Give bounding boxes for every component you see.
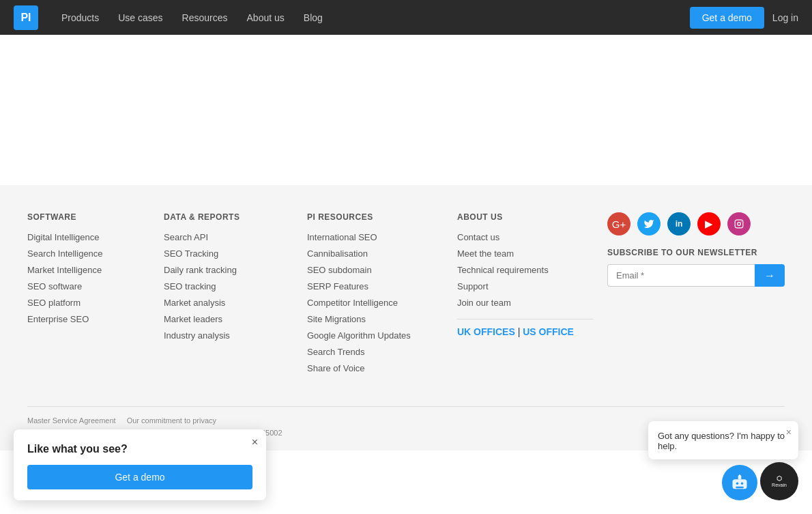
nav-about-us[interactable]: About us (237, 0, 294, 35)
svg-point-1 (738, 223, 741, 226)
footer-about-list: Contact us Meet the team Technical requi… (457, 231, 594, 308)
footer-link-google-algorithm[interactable]: Google Algorithm Updates (307, 330, 411, 341)
footer-link-search-trends[interactable]: Search Trends (307, 347, 365, 357)
footer-link-support[interactable]: Support (457, 281, 489, 291)
newsletter-heading: SUBSCRIBE TO OUR NEWSLETTER (607, 248, 785, 257)
footer-col-newsletter: G+ in ▶ SUBSCRIBE TO OUR NEWSLETTER → (607, 212, 785, 379)
newsletter-submit-button[interactable]: → (755, 264, 785, 287)
footer-pi-heading: PI RESOURCES (307, 212, 444, 222)
nav-actions: Get a demo Log in (690, 7, 798, 29)
list-item: Contact us (457, 231, 594, 242)
nav-resources[interactable]: Resources (173, 0, 237, 35)
navbar: PI Products Use cases Resources About us… (0, 0, 812, 35)
list-item: SEO tracking (164, 281, 293, 291)
nav-links: Products Use cases Resources About us Bl… (52, 0, 690, 35)
footer-link-cannibalisation[interactable]: Cannibalisation (307, 248, 368, 259)
nav-products[interactable]: Products (52, 0, 108, 35)
list-item: Market Intelligence (27, 264, 150, 275)
twitter-icon[interactable] (637, 212, 661, 235)
list-item: Meet the team (457, 248, 594, 259)
site-logo[interactable]: PI (14, 5, 38, 30)
list-item: Market leaders (164, 313, 293, 324)
footer-link-meet-team[interactable]: Meet the team (457, 248, 514, 259)
list-item: SEO platform (27, 297, 150, 308)
google-plus-icon[interactable]: G+ (607, 212, 630, 235)
footer-link-seo-platform[interactable]: SEO platform (27, 298, 81, 308)
footer-link-enterprise-seo[interactable]: Enterprise SEO (27, 314, 89, 324)
footer: SOFTWARE Digital Intelligence Search Int… (0, 185, 812, 451)
footer-software-heading: SOFTWARE (27, 212, 150, 222)
footer-link-seo-subdomain[interactable]: SEO subdomain (307, 265, 372, 275)
footer-link-competitor-intelligence[interactable]: Competitor Intelligence (307, 298, 398, 308)
list-item: Cannibalisation (307, 248, 444, 259)
footer-link-seo-tracking2[interactable]: SEO tracking (164, 281, 216, 291)
footer-link-join-team[interactable]: Join our team (457, 298, 511, 308)
footer-link-seo-tracking[interactable]: SEO Tracking (164, 248, 218, 259)
footer-link-search-intelligence[interactable]: Search Intelligence (27, 248, 103, 259)
us-office-link[interactable]: US OFFICE (523, 326, 574, 337)
list-item: International SEO (307, 231, 444, 242)
footer-link-serp-features[interactable]: SERP Features (307, 281, 368, 291)
list-item: Search Intelligence (27, 248, 150, 259)
footer-link-seo-software[interactable]: SEO software (27, 281, 82, 291)
footer-link-market-intelligence[interactable]: Market Intelligence (27, 265, 102, 275)
footer-pi-list: International SEO Cannibalisation SEO su… (307, 231, 444, 373)
footer-software-list: Digital Intelligence Search Intelligence… (27, 231, 150, 324)
footer-link-market-analysis[interactable]: Market analysis (164, 298, 225, 308)
chat-close-button[interactable]: × (786, 427, 792, 438)
footer-link-industry-analysis[interactable]: Industry analysis (164, 330, 230, 341)
list-item: Site Migrations (307, 313, 444, 324)
youtube-icon[interactable]: ▶ (697, 212, 721, 235)
footer-link-share-of-voice[interactable]: Share of Voice (307, 363, 365, 373)
social-icons: G+ in ▶ (607, 212, 785, 235)
footer-col-pi-resources: PI RESOURCES International SEO Cannibali… (307, 212, 444, 379)
footer-data-heading: DATA & REPORTS (164, 212, 293, 222)
footer-privacy-link[interactable]: Our commitment to privacy (127, 416, 216, 425)
uk-offices-link[interactable]: UK OFFICES (457, 326, 515, 337)
list-item: SERP Features (307, 281, 444, 291)
list-item: SEO subdomain (307, 264, 444, 275)
list-item: SEO Tracking (164, 248, 293, 259)
footer-col-about-us: ABOUT US Contact us Meet the team Techni… (457, 212, 594, 379)
cookie-title: Like what you see? (27, 443, 252, 451)
list-item: Google Algorithm Updates (307, 330, 444, 341)
nav-login-button[interactable]: Log in (772, 12, 798, 23)
footer-link-market-leaders[interactable]: Market leaders (164, 314, 222, 324)
list-item: Digital Intelligence (27, 231, 150, 242)
footer-link-international-seo[interactable]: International SEO (307, 232, 377, 242)
list-item: Search Trends (307, 346, 444, 357)
linkedin-icon[interactable]: in (667, 212, 691, 235)
nav-blog[interactable]: Blog (294, 0, 332, 35)
list-item: Support (457, 281, 594, 291)
list-item: Industry analysis (164, 330, 293, 341)
footer-link-technical-requirements[interactable]: Technical requirements (457, 265, 549, 275)
svg-rect-0 (735, 220, 743, 228)
hero-area (0, 35, 812, 185)
cookie-popup: × Like what you see? Get a demo (14, 429, 266, 451)
footer-link-search-api[interactable]: Search API (164, 232, 208, 242)
list-item: Market analysis (164, 297, 293, 308)
footer-col-software: SOFTWARE Digital Intelligence Search Int… (27, 212, 150, 379)
list-item: Technical requirements (457, 264, 594, 275)
list-item: Share of Voice (307, 362, 444, 373)
nav-use-cases[interactable]: Use cases (108, 0, 172, 35)
footer-link-contact-us[interactable]: Contact us (457, 232, 499, 242)
newsletter-email-input[interactable] (607, 264, 755, 287)
footer-about-heading: ABOUT US (457, 212, 594, 222)
footer-master-service-link[interactable]: Master Service Agreement (27, 416, 116, 425)
footer-link-site-migrations[interactable]: Site Migrations (307, 314, 366, 324)
footer-grid: SOFTWARE Digital Intelligence Search Int… (27, 212, 785, 379)
list-item: Daily rank tracking (164, 264, 293, 275)
footer-col-data-reports: DATA & REPORTS Search API SEO Tracking D… (164, 212, 293, 379)
list-item: Enterprise SEO (27, 313, 150, 324)
chat-message: Got any questions? I'm happy to help. (658, 431, 789, 451)
footer-link-digital-intelligence[interactable]: Digital Intelligence (27, 232, 100, 242)
list-item: SEO software (27, 281, 150, 291)
instagram-icon[interactable] (727, 212, 751, 235)
cookie-close-button[interactable]: × (252, 436, 258, 448)
footer-data-list: Search API SEO Tracking Daily rank track… (164, 231, 293, 341)
nav-demo-button[interactable]: Get a demo (690, 7, 764, 29)
list-item: Competitor Intelligence (307, 297, 444, 308)
footer-link-daily-rank-tracking[interactable]: Daily rank tracking (164, 265, 237, 275)
list-item: Join our team (457, 297, 594, 308)
